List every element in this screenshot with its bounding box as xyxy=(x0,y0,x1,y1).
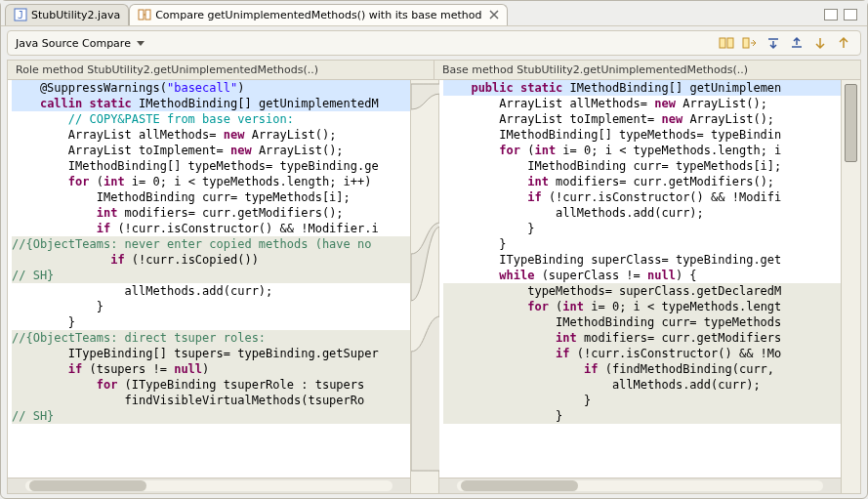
code-line: if (!curr.isConstructor() && !Modifi xyxy=(443,189,842,205)
code-line: IMethodBinding curr= typeMethods[i]; xyxy=(12,189,410,205)
pane-headers: Role method StubUtility2.getUnimplemente… xyxy=(7,60,861,79)
copy-current-change-button[interactable] xyxy=(741,34,759,52)
overview-ruler[interactable] xyxy=(841,80,860,493)
code-line: for (int i= 0; i < typeMethods.length; i xyxy=(443,143,842,158)
code-line: if (!curr.isConstructor() && !Modifier.i xyxy=(12,221,410,236)
diff-gutter xyxy=(410,80,439,493)
compare-tools xyxy=(718,34,852,52)
code-line: int modifiers= curr.getModifiers xyxy=(443,330,842,346)
code-line: int modifiers= curr.getModifiers(); xyxy=(443,174,842,189)
code-line: if (findMethodBinding(curr, xyxy=(443,361,842,377)
compare-toolbar: Java Source Compare xyxy=(7,30,861,56)
chevron-down-icon xyxy=(137,41,145,46)
code-line: for (int i= 0; i < typeMethods.length; i… xyxy=(12,174,410,189)
right-code-view[interactable]: public static IMethodBinding[] getUnimpl… xyxy=(439,80,842,478)
code-line: int modifiers= curr.getModifiers(); xyxy=(12,205,410,221)
code-line: } xyxy=(12,314,410,330)
left-code-view[interactable]: @SuppressWarnings("basecall") callin sta… xyxy=(8,80,410,478)
close-icon[interactable] xyxy=(489,10,499,20)
right-h-scrollbar[interactable] xyxy=(439,478,842,493)
compare-mode-label: Java Source Compare xyxy=(16,37,131,50)
compare-panes: @SuppressWarnings("basecall") callin sta… xyxy=(7,79,861,494)
svg-rect-4 xyxy=(720,38,725,48)
compare-mode-dropdown[interactable]: Java Source Compare xyxy=(16,37,145,50)
svg-rect-3 xyxy=(145,10,150,20)
code-line: ITypeBinding superClass= typeBinding.get xyxy=(443,252,842,268)
code-line: IMethodBinding curr= typeMethods xyxy=(443,314,842,330)
code-line: ArrayList allMethods= new ArrayList(); xyxy=(443,96,842,111)
code-line: IMethodBinding curr= typeMethods[i]; xyxy=(443,158,842,174)
svg-rect-2 xyxy=(139,10,144,20)
right-pane: public static IMethodBinding[] getUnimpl… xyxy=(439,80,842,493)
code-line: @SuppressWarnings("basecall") xyxy=(12,80,410,96)
code-line: //{ObjectTeams: direct tsuper roles: xyxy=(12,330,410,346)
code-line: ArrayList toImplement= new ArrayList(); xyxy=(12,143,410,158)
svg-rect-6 xyxy=(743,38,749,48)
svg-text:J: J xyxy=(18,10,23,21)
code-line: while (superClass != null) { xyxy=(443,268,842,283)
code-line: } xyxy=(443,236,842,252)
code-line: ITypeBinding[] tsupers= typeBinding.getS… xyxy=(12,346,410,361)
code-line: for (int i= 0; i < typeMethods.lengt xyxy=(443,299,842,314)
code-line: // SH} xyxy=(12,268,410,283)
tab-label: StubUtility2.java xyxy=(31,9,120,21)
code-line: callin static IMethodBinding[] getUnimpl… xyxy=(12,96,410,111)
minimize-icon[interactable] xyxy=(824,9,838,21)
editor-window: J StubUtility2.java Compare getUnimpleme… xyxy=(0,0,868,499)
maximize-icon[interactable] xyxy=(844,9,857,21)
overview-thumb[interactable] xyxy=(845,84,857,162)
code-line: } xyxy=(12,299,410,314)
code-line: allMethods.add(curr); xyxy=(443,205,842,221)
left-pane-header: Role method StubUtility2.getUnimplemente… xyxy=(7,60,434,79)
code-line: allMethods.add(curr); xyxy=(443,377,842,393)
code-line: public static IMethodBinding[] getUnimpl… xyxy=(443,80,842,96)
window-controls xyxy=(824,9,863,21)
code-line: IMethodBinding[] typeMethods= typeBindin… xyxy=(12,158,410,174)
code-line: } xyxy=(443,408,842,424)
next-change-button[interactable] xyxy=(811,34,829,52)
code-line: //{ObjectTeams: never enter copied metho… xyxy=(12,236,410,252)
code-line: IMethodBinding[] typeMethods= typeBindin xyxy=(443,127,842,143)
code-line: } xyxy=(443,393,842,408)
prev-change-button[interactable] xyxy=(835,34,852,52)
code-line: if (!curr.isCopied()) xyxy=(12,252,410,268)
code-line: allMethods.add(curr); xyxy=(12,283,410,299)
code-line: for (ITypeBinding tsuperRole : tsupers xyxy=(12,377,410,393)
code-line: ArrayList allMethods= new ArrayList(); xyxy=(12,127,410,143)
copy-all-nonconflicting-button[interactable] xyxy=(718,34,735,52)
left-h-scrollbar[interactable] xyxy=(8,478,410,493)
code-line: findVisibleVirtualMethods(tsuperRo xyxy=(12,393,410,408)
prev-diff-button[interactable] xyxy=(788,34,806,52)
left-pane: @SuppressWarnings("basecall") callin sta… xyxy=(8,80,410,493)
svg-rect-5 xyxy=(727,38,733,48)
code-line: // COPY&PASTE from base version: xyxy=(12,111,410,127)
code-line: if (tsupers != null) xyxy=(12,361,410,377)
code-line: if (!curr.isConstructor() && !Mo xyxy=(443,346,842,361)
tab-strip: J StubUtility2.java Compare getUnimpleme… xyxy=(1,1,867,26)
compare-icon xyxy=(138,8,151,21)
tab-compare[interactable]: Compare getUnimplementedMethods() with i… xyxy=(129,4,508,25)
tab-stubutility[interactable]: J StubUtility2.java xyxy=(5,4,129,25)
code-line: } xyxy=(443,221,842,236)
code-line: // SH} xyxy=(12,408,410,424)
next-diff-button[interactable] xyxy=(765,34,782,52)
tab-label: Compare getUnimplementedMethods() with i… xyxy=(155,9,481,21)
code-line: typeMethods= superClass.getDeclaredM xyxy=(443,283,842,299)
code-line: ArrayList toImplement= new ArrayList(); xyxy=(443,111,842,127)
java-file-icon: J xyxy=(14,8,27,21)
right-pane-header: Base method StubUtility2.getUnimplemente… xyxy=(434,60,861,79)
